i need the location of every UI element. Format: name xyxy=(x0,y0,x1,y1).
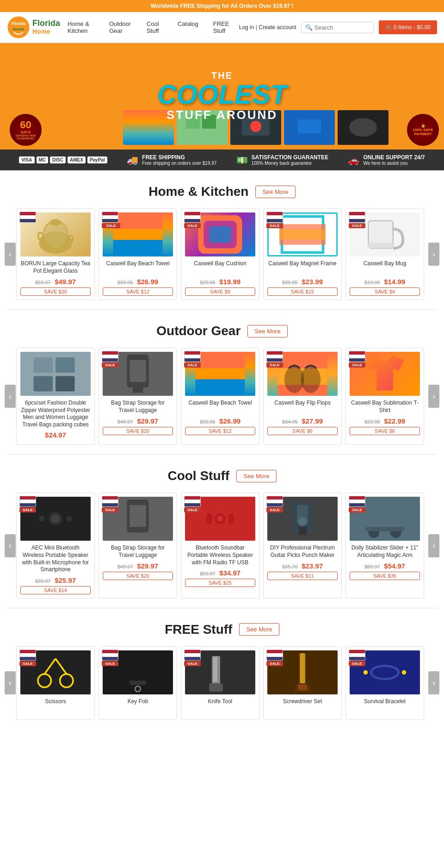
product-price: $49.97 $29.97 xyxy=(103,417,173,425)
product-card[interactable]: SALE Bag Strap Storage for Travel Luggag… xyxy=(99,348,177,445)
products-row-home-kitchen: BORUN Large Capacity Tea Pot Elegant Gla… xyxy=(7,208,437,300)
search-icon: 🔍 xyxy=(305,24,313,31)
svg-point-12 xyxy=(349,118,377,137)
login-link[interactable]: Log in xyxy=(239,24,254,31)
product-card[interactable]: SALE Caswell Bay Beach Towel $39.95 $26.… xyxy=(181,348,259,445)
see-more-home-kitchen[interactable]: See More xyxy=(255,186,295,198)
svg-rect-21 xyxy=(209,226,231,243)
section-header-free-stuff: FREE Stuff See More xyxy=(7,622,437,637)
product-card[interactable]: SALE Caswell Bay Flip Flops $34.95 $27.9… xyxy=(263,348,342,445)
see-more-cool-stuff[interactable]: See More xyxy=(236,470,276,482)
svg-point-15 xyxy=(50,219,61,225)
sale-badge: SALE xyxy=(184,212,201,228)
svg-rect-67 xyxy=(124,662,151,681)
product-card[interactable]: SALE Knife Tool xyxy=(181,646,259,720)
product-card[interactable]: SALE Scissors xyxy=(16,646,95,720)
sale-badge: SALE xyxy=(102,212,120,230)
carousel-next-home-kitchen[interactable]: › xyxy=(428,243,439,266)
svg-rect-10 xyxy=(298,119,321,133)
logo[interactable]: Florida Home Florida Home xyxy=(7,16,60,39)
product-card[interactable]: SALE Caswell Bay Cushion $29.95 $19.99 S… xyxy=(181,208,259,300)
sale-badge: SALE xyxy=(184,496,201,512)
trust-bar: VISA MC DISC AMEX PayPal 🚚 FREE SHIPPING… xyxy=(0,150,444,170)
product-card[interactable]: SALE Bluetooth Soundbar Portable Wireles… xyxy=(181,493,259,598)
sale-badge: SALE xyxy=(184,649,201,666)
search-input[interactable] xyxy=(314,24,370,31)
svg-text:Home: Home xyxy=(12,27,24,31)
nav-free-stuff[interactable]: FREE Stuff xyxy=(206,15,239,40)
svg-rect-75 xyxy=(298,684,307,690)
carousel-prev-free-stuff[interactable]: ‹ xyxy=(5,671,16,694)
product-card[interactable]: SALE Caswell Bay Magnet Frame $39.95 $23… xyxy=(263,208,342,300)
nav-home-kitchen[interactable]: Home & Kitchen xyxy=(60,15,102,40)
sale-badge: SALE xyxy=(19,496,36,512)
sale-badge: SALE xyxy=(266,212,283,228)
product-name: Key Fob xyxy=(103,698,173,713)
product-card[interactable]: SALE Key Fob xyxy=(99,646,177,720)
product-card[interactable]: SALE Caswell Bay Mug $19.95 $14.99 SAVE … xyxy=(345,208,424,300)
product-name: Caswell Bay Sublimation T-Shirt xyxy=(350,400,420,414)
product-card[interactable]: SALE Screwdriver Set xyxy=(263,646,342,720)
sale-badge: SALE xyxy=(349,212,365,228)
product-card[interactable]: SALE Survival Bracelet xyxy=(345,646,424,720)
svg-point-47 xyxy=(67,516,72,522)
logo-icon: Florida Home xyxy=(7,16,30,39)
product-price: $39.95 $23.99 xyxy=(267,278,338,286)
svg-rect-28 xyxy=(34,357,53,373)
product-price: $89.97 $54.97 xyxy=(350,562,420,570)
svg-point-8 xyxy=(250,121,261,132)
nav-outdoor-gear[interactable]: Outdoor Gear xyxy=(102,15,139,40)
carousel-prev-home-kitchen[interactable]: ‹ xyxy=(5,243,16,266)
section-title-cool-stuff: Cool Stuff xyxy=(167,468,229,483)
carousel-home-kitchen: ‹ BORUN Large Capacity Tea Pot Elegant G… xyxy=(7,208,437,300)
product-name: Survival Bracelet xyxy=(350,698,420,713)
product-card[interactable]: SALE AEC Mini Bluetooth Wireless Portabl… xyxy=(16,493,95,598)
product-price: $49.97 $29.97 xyxy=(103,562,173,570)
nav-cool-stuff[interactable]: Cool Stuff xyxy=(139,15,170,40)
svg-rect-49 xyxy=(130,505,146,527)
see-more-outdoor-gear[interactable]: See More xyxy=(247,325,287,337)
us-flag-badge xyxy=(19,212,36,223)
product-name: Bluetooth Soundbar Portable Wireless Spe… xyxy=(185,544,255,566)
nav-catalog[interactable]: Catalog xyxy=(170,15,206,40)
sale-badge: SALE xyxy=(102,649,118,666)
carousel-prev-cool-stuff[interactable]: ‹ xyxy=(5,534,16,557)
product-name: Knife Tool xyxy=(185,698,255,713)
carousel-next-cool-stuff[interactable]: › xyxy=(428,534,439,557)
svg-rect-73 xyxy=(300,653,305,683)
carousel-next-outdoor-gear[interactable]: › xyxy=(428,385,439,408)
product-card[interactable]: SALE Dolly Stabilizer Slider + 11" Artic… xyxy=(345,493,424,598)
section-title-free-stuff: FREE Stuff xyxy=(165,622,232,637)
carousel-outdoor-gear: ‹ 6pcs/set Fashion Double Zipper Waterpr… xyxy=(7,348,437,445)
cart-button[interactable]: 🛒 0 Items - $0.00 xyxy=(379,20,437,34)
svg-point-69 xyxy=(135,686,141,692)
badge-60-days: 60 DAYS SATISFACTION GUARANTEE xyxy=(8,112,43,147)
product-card[interactable]: SALE Caswell Bay Beach Towel $39.95 $26.… xyxy=(99,208,177,300)
product-price: $24.97 xyxy=(20,431,91,439)
svg-rect-72 xyxy=(209,683,223,692)
sale-badge: SALE xyxy=(349,351,365,368)
logo-home: Home xyxy=(32,28,60,35)
product-price: $34.95 $27.99 xyxy=(267,417,338,425)
product-card[interactable]: 6pcs/set Fashion Double Zipper Waterproo… xyxy=(16,348,95,445)
carousel-prev-outdoor-gear[interactable]: ‹ xyxy=(5,385,16,408)
svg-point-78 xyxy=(364,670,368,675)
trust-payment: VISA MC DISC AMEX PayPal xyxy=(19,156,107,163)
product-card[interactable]: SALE Caswell Bay Sublimation T-Shirt $29… xyxy=(345,348,424,445)
svg-point-77 xyxy=(371,666,398,679)
svg-rect-18 xyxy=(113,240,163,256)
carousel-free-stuff: ‹ SALE Scissors SALE xyxy=(7,646,437,720)
product-card[interactable]: SALE Bag Strap Storage for Travel Luggag… xyxy=(99,493,177,598)
svg-rect-33 xyxy=(130,360,146,382)
product-name: DIY Professional Plectrum Guitar Picks P… xyxy=(267,544,338,559)
carousel-next-free-stuff[interactable]: › xyxy=(428,671,439,694)
svg-rect-35 xyxy=(196,368,245,380)
product-name: Dolly Stabilizer Slider + 11" Articulati… xyxy=(350,544,420,559)
see-more-free-stuff[interactable]: See More xyxy=(239,623,279,636)
header-right: Log in | Create account 🔍 🛒 0 Items - $0… xyxy=(239,20,437,34)
sale-badge: SALE xyxy=(349,649,365,666)
product-card[interactable]: SALE DIY Professional Plectrum Guitar Pi… xyxy=(263,493,342,598)
product-name: BORUN Large Capacity Tea Pot Elegant Gla… xyxy=(20,260,91,275)
create-account-link[interactable]: Create account xyxy=(259,24,296,31)
product-card[interactable]: BORUN Large Capacity Tea Pot Elegant Gla… xyxy=(16,208,95,300)
